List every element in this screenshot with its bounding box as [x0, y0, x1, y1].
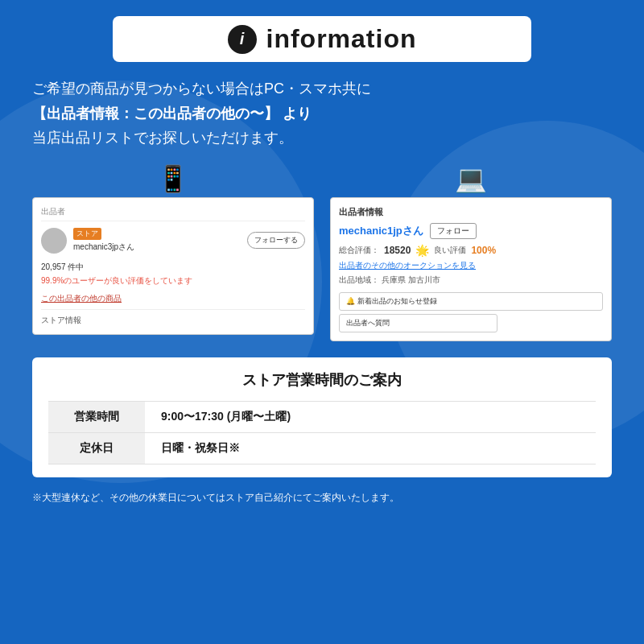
location-label: 出品地域： — [339, 275, 379, 284]
store-info-text: ストア情報 — [41, 309, 305, 326]
mobile-seller-row: ストア mechanic3jpさん フォローする — [41, 228, 305, 254]
hours-label-1: 定休日 — [48, 432, 145, 464]
mobile-seller-label: 出品者 — [41, 206, 305, 221]
main-description: ご希望の商品が見つからない場合はPC・スマホ共に 【出品者情報：この出品者の他の… — [24, 76, 620, 151]
header-box: i information — [113, 16, 531, 62]
review-percentage: 99.9%のユーザーが良い評価をしています — [41, 275, 305, 287]
store-hours-section: ストア営業時間のご案内 営業時間 9:00〜17:30 (月曜〜土曜) 定休日 … — [32, 357, 612, 477]
notify-button[interactable]: 🔔 新着出品のお知らせ登録 — [339, 292, 603, 311]
mobile-screenshot: 出品者 ストア mechanic3jpさん フォローする 20,957 件中 9… — [32, 197, 314, 335]
main-text-line2: 【出品者情報：この出品者の他の〜】 より — [32, 101, 612, 126]
hours-row-1: 定休日 日曜・祝祭日※ — [48, 432, 596, 464]
main-container: i information ご希望の商品が見つからない場合はPC・スマホ共に 【… — [0, 16, 644, 505]
pc-seller-info-header: 出品者情報 — [339, 206, 603, 218]
other-items-link[interactable]: この出品者の他の商品 — [41, 293, 305, 304]
pc-seller-row: mechanic1jpさん フォロー — [339, 223, 603, 239]
mobile-screenshot-wrap: 📱 出品者 ストア mechanic3jpさん フォローする 20,957 件中… — [32, 163, 314, 341]
hours-row-0: 営業時間 9:00〜17:30 (月曜〜土曜) — [48, 401, 596, 432]
location-value: 兵庫県 加古川市 — [382, 275, 440, 284]
hours-table: 営業時間 9:00〜17:30 (月曜〜土曜) 定休日 日曜・祝祭日※ — [48, 401, 596, 464]
pc-seller-name: mechanic1jpさん — [339, 224, 423, 238]
page-title: information — [266, 24, 417, 54]
main-text-line3: 当店出品リストでお探しいただけます。 — [32, 126, 612, 151]
rating-number: 18520 — [384, 245, 411, 256]
footer-note: ※大型連休など、その他の休業日についてはストア自己紹介にてご案内いたします。 — [24, 490, 620, 505]
pc-screenshot: 出品者情報 mechanic1jpさん フォロー 総合評価： 18520 🌟 良… — [330, 197, 612, 341]
store-hours-title: ストア営業時間のご案内 — [48, 370, 596, 390]
highlight-text: 【出品者情報：この出品者の他の〜】 より — [32, 105, 312, 122]
info-icon: i — [228, 25, 257, 54]
rating-label: 総合評価： — [339, 245, 379, 256]
pc-screenshot-wrap: 💻 出品者情報 mechanic1jpさん フォロー 総合評価： 18520 🌟… — [330, 163, 612, 341]
good-label: 良い評価 — [434, 245, 466, 256]
avatar-icon — [41, 228, 67, 254]
hours-label-0: 営業時間 — [48, 401, 145, 432]
good-percentage: 100% — [471, 245, 496, 256]
hours-value-1: 日曜・祝祭日※ — [145, 432, 596, 464]
phone-icon: 📱 — [157, 163, 189, 194]
mobile-seller-name: mechanic3jpさん — [73, 242, 241, 253]
rating-row: 総合評価： 18520 🌟 良い評価 100% — [339, 244, 603, 257]
screenshots-row: 📱 出品者 ストア mechanic3jpさん フォローする 20,957 件中… — [24, 163, 620, 341]
question-button[interactable]: 出品者へ質問 — [339, 314, 497, 332]
auction-link[interactable]: 出品者のその他のオークションを見る — [339, 260, 603, 271]
pc-icon: 💻 — [455, 163, 487, 194]
hours-value-0: 9:00〜17:30 (月曜〜土曜) — [145, 401, 596, 432]
seller-info-block: ストア mechanic3jpさん — [73, 228, 241, 253]
pc-follow-button[interactable]: フォロー — [430, 223, 477, 239]
location-row: 出品地域： 兵庫県 加古川市 — [339, 275, 603, 286]
review-count: 20,957 件中 — [41, 262, 305, 273]
mobile-follow-button[interactable]: フォローする — [247, 232, 305, 249]
store-badge: ストア — [73, 228, 101, 240]
main-text-line1: ご希望の商品が見つからない場合はPC・スマホ共に — [32, 76, 612, 101]
